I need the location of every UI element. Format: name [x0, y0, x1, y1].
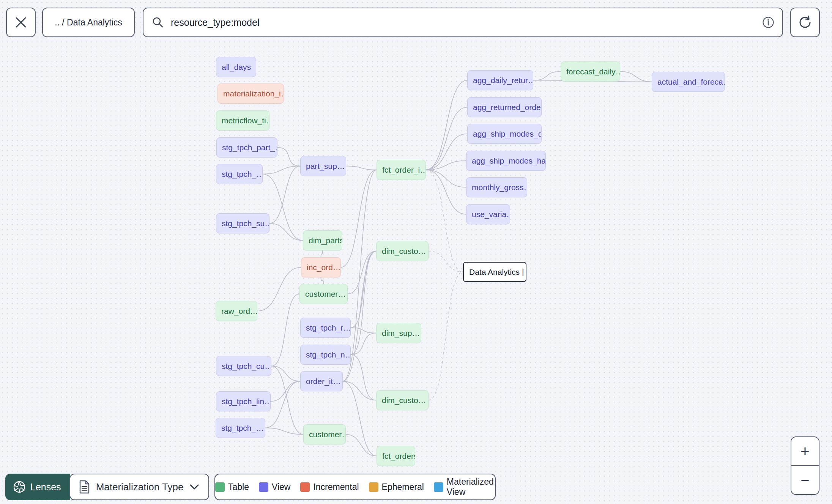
graph-node-agg_returned[interactable]: agg_returned_orde…: [467, 97, 542, 117]
edge-part_suppliers-to-fct_order_items: [346, 166, 377, 170]
legend-label: Ephemeral: [382, 482, 424, 492]
graph-node-part_suppliers[interactable]: part_sup…: [300, 156, 346, 176]
graph-node-stg_tpch_cu[interactable]: stg_tpch_cu…: [216, 356, 271, 376]
graph-node-use_varia[interactable]: use_varia…: [466, 204, 510, 224]
edge-stg_tpch_cu-to-customers_b: [271, 366, 303, 435]
refresh-button[interactable]: [790, 8, 820, 37]
graph-node-materialization[interactable]: materialization_i…: [217, 83, 284, 104]
edge-stg_tpch_n-to-dim_customers_a: [351, 251, 376, 355]
graph-node-stg_tpch_b[interactable]: stg_tpch_…: [216, 418, 265, 438]
edge-dim_parts-to-inc_orders: [321, 250, 323, 257]
graph-node-agg_ship_ha[interactable]: agg_ship_modes_ha…: [466, 151, 546, 171]
edge-fct_order_items-to-agg_ship_ha: [426, 161, 466, 170]
graph-node-stg_tpch_r[interactable]: stg_tpch_r…: [300, 318, 351, 338]
graph-node-agg_daily_ret[interactable]: agg_daily_retur…: [467, 70, 533, 90]
edge-order_items-to-dim_customers_b: [343, 381, 376, 400]
info-icon[interactable]: [762, 16, 775, 29]
close-icon: [14, 16, 27, 29]
zoom-control: + −: [791, 436, 819, 495]
edge-order_items-to-fct_orders: [343, 381, 377, 456]
edge-fct_order_items-to-use_varia: [426, 170, 466, 214]
legend-item-view: View: [259, 482, 290, 492]
lens-selector-materialization-type[interactable]: Materialization Type: [69, 474, 210, 500]
breadcrumb[interactable]: .. / Data Analytics: [42, 8, 135, 37]
legend-item-ephemeral: Ephemeral: [369, 482, 424, 492]
edge-stg_tpch_part-to-part_suppliers: [277, 148, 300, 166]
edge-stg_tpch_r-to-dim_suppliers: [351, 328, 376, 333]
aperture-icon: [13, 480, 26, 493]
legend-label: View: [272, 482, 290, 492]
graph-node-fct_orders[interactable]: fct_orders: [377, 446, 415, 466]
edge-stg_tpch_lin-to-order_items: [271, 381, 300, 402]
graph-node-dim_parts[interactable]: dim_parts: [303, 230, 342, 250]
edge-fct_order_items-to-exposure: [426, 170, 463, 272]
edge-fct_order_items-to-agg_returned: [426, 107, 467, 170]
refresh-icon: [797, 15, 813, 30]
edge-forecast_daily-to-actual_forecast: [620, 72, 652, 82]
graph-node-stg_tpch_su[interactable]: stg_tpch_su…: [216, 213, 269, 233]
legend-item-table: Table: [215, 482, 249, 492]
search-icon: [152, 16, 164, 28]
edge-raw_orders-to-inc_orders: [257, 268, 301, 311]
edge-agg_daily_ret-to-forecast_daily: [533, 72, 561, 80]
graph-node-dim_customers_b[interactable]: dim_custo…: [376, 390, 429, 410]
graph-node-dim_customers_a[interactable]: dim_custo…: [376, 241, 429, 261]
legend-swatch: [259, 482, 268, 492]
edge-fct_order_items-to-monthly_gross: [426, 170, 466, 187]
search-input[interactable]: [170, 17, 762, 28]
edge-stg_tpch_b-to-customers_b: [265, 428, 303, 435]
graph-node-forecast_daily[interactable]: forecast_daily…: [561, 61, 620, 82]
legend-item-incremental: Incremental: [300, 482, 359, 492]
graph-node-agg_ship_d[interactable]: agg_ship_modes_d…: [467, 124, 542, 144]
edge-customers_a-to-dim_customers_a: [348, 251, 376, 294]
graph-node-actual_forecast[interactable]: actual_and_foreca…: [652, 72, 725, 92]
graph-node-raw_orders[interactable]: raw_ord…: [216, 301, 257, 321]
document-icon: [79, 480, 90, 494]
graph-node-inc_orders[interactable]: inc_ord…: [301, 257, 341, 277]
graph-node-stg_tpch_n[interactable]: stg_tpch_n…: [300, 345, 351, 365]
edge-stg_tpch_su-to-part_suppliers: [269, 166, 300, 224]
lenses-label: Lenses: [30, 482, 61, 493]
lineage-canvas[interactable]: all_daysmaterialization_i…metricflow_ti……: [0, 0, 832, 504]
graph-node-all_days[interactable]: all_days: [216, 57, 256, 77]
close-button[interactable]: [6, 8, 36, 37]
graph-node-exposure[interactable]: Data Analytics | …: [463, 262, 526, 282]
legend-item-materialized-view: Materialized View: [434, 477, 495, 497]
edge-stg_tpch_su-to-dim_parts: [269, 224, 303, 241]
edge-stg_tpch_a-to-part_suppliers: [263, 166, 300, 174]
edge-inc_orders-to-fct_order_items: [341, 170, 377, 268]
legend-swatch: [369, 482, 378, 492]
lens-selector-label: Materialization Type: [96, 481, 184, 493]
legend-swatch: [434, 482, 443, 492]
legend-label: Materialized View: [447, 477, 495, 497]
legend-label: Incremental: [313, 482, 359, 492]
zoom-in-button[interactable]: +: [791, 437, 819, 466]
legend-swatch: [300, 482, 310, 492]
search-bar[interactable]: [143, 8, 783, 37]
graph-node-metricflow[interactable]: metricflow_ti…: [216, 110, 269, 131]
graph-node-fct_order_items[interactable]: fct_order_i…: [377, 160, 426, 180]
edge-fct_order_items-to-agg_ship_d: [426, 134, 467, 170]
graph-node-customers_b[interactable]: customer…: [303, 424, 346, 444]
zoom-out-button[interactable]: −: [791, 466, 819, 494]
edge-fct_order_items-to-agg_daily_ret: [426, 80, 467, 170]
legend-swatch: [215, 482, 225, 492]
edge-inc_orders-to-customers_a: [321, 277, 324, 284]
graph-node-order_items[interactable]: order_it…: [300, 371, 343, 391]
materialization-legend: TableViewIncrementalEphemeralMaterialize…: [214, 474, 496, 500]
graph-node-monthly_gross[interactable]: monthly_gross…: [466, 177, 527, 197]
graph-node-customers_a[interactable]: customer…: [299, 284, 348, 304]
edge-dim_customers_a-to-exposure: [429, 251, 463, 272]
chevron-down-icon: [189, 484, 199, 490]
edge-customers_b-to-fct_orders: [346, 435, 377, 456]
edge-stg_tpch_r-to-dim_customers_a: [351, 251, 376, 328]
graph-node-stg_tpch_lin[interactable]: stg_tpch_lin…: [216, 391, 271, 411]
edge-stg_tpch_cu-to-order_items: [271, 366, 300, 381]
graph-node-stg_tpch_a[interactable]: stg_tpch_…: [216, 164, 263, 184]
graph-node-dim_suppliers[interactable]: dim_sup…: [376, 323, 421, 343]
edge-stg_tpch_cu-to-customers_a: [271, 294, 299, 366]
legend-label: Table: [228, 482, 249, 492]
lenses-button[interactable]: Lenses: [5, 474, 70, 500]
lenses-control-group: Lenses Materialization Type: [5, 474, 209, 500]
graph-node-stg_tpch_part[interactable]: stg_tpch_part_…: [216, 137, 277, 158]
